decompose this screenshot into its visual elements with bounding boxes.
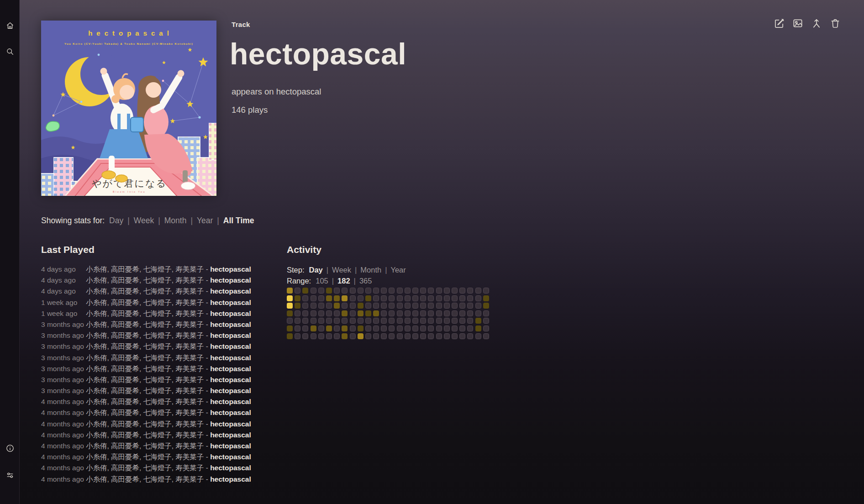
heatmap-cell[interactable] — [467, 318, 473, 324]
heatmap-cell[interactable] — [342, 288, 348, 294]
heatmap-cell[interactable] — [483, 288, 489, 294]
heatmap-cell[interactable] — [397, 310, 403, 316]
artist-links[interactable]: 小糸侑, 高田憂希, 七海燈子, 寿美菜子 — [86, 420, 204, 428]
heatmap-cell[interactable] — [452, 333, 458, 339]
heatmap-cell[interactable] — [475, 310, 481, 316]
heatmap-cell[interactable] — [326, 295, 332, 301]
heatmap-cell[interactable] — [467, 310, 473, 316]
track-link[interactable]: hectopascal — [210, 431, 251, 439]
heatmap-cell[interactable] — [444, 303, 450, 309]
artist-links[interactable]: 小糸侑, 高田憂希, 七海燈子, 寿美菜子 — [86, 409, 204, 416]
track-link[interactable]: hectopascal — [210, 365, 251, 373]
heatmap-cell[interactable] — [381, 326, 387, 331]
heatmap-cell[interactable] — [412, 288, 418, 294]
heatmap-cell[interactable] — [475, 333, 481, 339]
heatmap-cell[interactable] — [467, 326, 473, 331]
heatmap-cell[interactable] — [412, 326, 418, 331]
heatmap-cell[interactable] — [475, 295, 481, 301]
heatmap-cell[interactable] — [405, 310, 411, 316]
heatmap-cell[interactable] — [428, 333, 434, 339]
track-link[interactable]: hectopascal — [210, 287, 251, 295]
heatmap-cell[interactable] — [358, 326, 364, 331]
heatmap-cell[interactable] — [326, 318, 332, 324]
heatmap-cell[interactable] — [358, 295, 364, 301]
heatmap-cell[interactable] — [405, 288, 411, 294]
heatmap-cell[interactable] — [373, 318, 379, 324]
artist-links[interactable]: 小糸侑, 高田憂希, 七海燈子, 寿美菜子 — [86, 342, 204, 350]
heatmap-cell[interactable] — [467, 295, 473, 301]
track-link[interactable]: hectopascal — [210, 376, 251, 383]
heatmap-cell[interactable] — [444, 288, 450, 294]
heatmap-cell[interactable] — [420, 303, 426, 309]
heatmap-cell[interactable] — [334, 318, 340, 324]
range-option-182[interactable]: 182 — [337, 277, 350, 285]
track-link[interactable]: hectopascal — [210, 342, 251, 350]
heatmap-cell[interactable] — [287, 303, 293, 309]
heatmap-cell[interactable] — [483, 326, 489, 331]
stats-option-day[interactable]: Day — [109, 216, 123, 225]
heatmap-cell[interactable] — [444, 326, 450, 331]
heatmap-cell[interactable] — [373, 295, 379, 301]
heatmap-cell[interactable] — [381, 318, 387, 324]
heatmap-cell[interactable] — [302, 310, 308, 316]
heatmap-cell[interactable] — [459, 318, 465, 324]
stats-option-week[interactable]: Week — [134, 216, 154, 225]
heatmap-cell[interactable] — [397, 318, 403, 324]
heatmap-cell[interactable] — [428, 326, 434, 331]
track-link[interactable]: hectopascal — [210, 320, 251, 328]
heatmap-cell[interactable] — [318, 326, 324, 331]
heatmap-cell[interactable] — [475, 326, 481, 331]
heatmap-cell[interactable] — [287, 326, 293, 331]
heatmap-cell[interactable] — [373, 333, 379, 339]
heatmap-cell[interactable] — [444, 310, 450, 316]
heatmap-cell[interactable] — [412, 310, 418, 316]
heatmap-cell[interactable] — [326, 326, 332, 331]
heatmap-cell[interactable] — [397, 288, 403, 294]
heatmap-cell[interactable] — [287, 318, 293, 324]
heatmap-cell[interactable] — [405, 326, 411, 331]
heatmap-cell[interactable] — [412, 303, 418, 309]
artist-links[interactable]: 小糸侑, 高田憂希, 七海燈子, 寿美菜子 — [86, 299, 204, 306]
heatmap-cell[interactable] — [475, 318, 481, 324]
heatmap-cell[interactable] — [483, 310, 489, 316]
heatmap-cell[interactable] — [467, 333, 473, 339]
artist-links[interactable]: 小糸侑, 高田憂希, 七海燈子, 寿美菜子 — [86, 398, 204, 405]
step-option-day[interactable]: Day — [309, 266, 323, 274]
heatmap-cell[interactable] — [334, 310, 340, 316]
heatmap-cell[interactable] — [483, 295, 489, 301]
heatmap-cell[interactable] — [428, 303, 434, 309]
heatmap-cell[interactable] — [483, 333, 489, 339]
artist-links[interactable]: 小糸侑, 高田憂希, 七海燈子, 寿美菜子 — [86, 265, 204, 273]
heatmap-cell[interactable] — [405, 303, 411, 309]
heatmap-cell[interactable] — [389, 303, 395, 309]
artist-links[interactable]: 小糸侑, 高田憂希, 七海燈子, 寿美菜子 — [86, 354, 204, 362]
heatmap-cell[interactable] — [389, 333, 395, 339]
heatmap-cell[interactable] — [428, 288, 434, 294]
heatmap-cell[interactable] — [350, 310, 356, 316]
heatmap-cell[interactable] — [444, 318, 450, 324]
heatmap-cell[interactable] — [318, 333, 324, 339]
heatmap-cell[interactable] — [287, 310, 293, 316]
heatmap-cell[interactable] — [420, 295, 426, 301]
heatmap-cell[interactable] — [467, 303, 473, 309]
heatmap-cell[interactable] — [436, 310, 442, 316]
heatmap-cell[interactable] — [405, 333, 411, 339]
heatmap-cell[interactable] — [342, 303, 348, 309]
heatmap-cell[interactable] — [318, 303, 324, 309]
heatmap-cell[interactable] — [318, 295, 324, 301]
track-link[interactable]: hectopascal — [210, 453, 251, 461]
range-option-105[interactable]: 105 — [316, 277, 328, 285]
heatmap-cell[interactable] — [365, 310, 371, 316]
artist-links[interactable]: 小糸侑, 高田憂希, 七海燈子, 寿美菜子 — [86, 453, 204, 461]
artist-links[interactable]: 小糸侑, 高田憂希, 七海燈子, 寿美菜子 — [86, 365, 204, 373]
heatmap-cell[interactable] — [428, 318, 434, 324]
track-link[interactable]: hectopascal — [210, 354, 251, 362]
heatmap-cell[interactable] — [311, 326, 316, 331]
heatmap-cell[interactable] — [397, 333, 403, 339]
heatmap-cell[interactable] — [365, 318, 371, 324]
heatmap-cell[interactable] — [389, 288, 395, 294]
artist-links[interactable]: 小糸侑, 高田憂希, 七海燈子, 寿美菜子 — [86, 276, 204, 284]
heatmap-cell[interactable] — [452, 318, 458, 324]
heatmap-cell[interactable] — [350, 288, 356, 294]
heatmap-cell[interactable] — [350, 326, 356, 331]
